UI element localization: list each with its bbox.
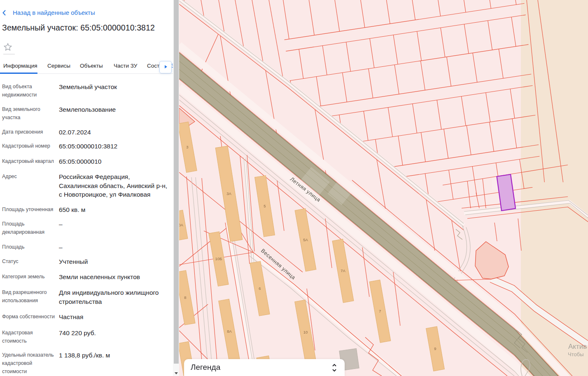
svg-text:7А: 7А: [341, 268, 345, 273]
svg-text:7: 7: [379, 309, 381, 313]
svg-text:Чтобы: Чтобы: [568, 351, 584, 357]
svg-text:6: 6: [259, 286, 261, 291]
svg-text:0А: 0А: [179, 223, 183, 227]
svg-text:5А: 5А: [303, 237, 308, 242]
svg-text:3А: 3А: [226, 191, 231, 196]
svg-text:8: 8: [184, 295, 186, 300]
svg-text:10: 10: [303, 330, 308, 334]
svg-text:3: 3: [186, 145, 188, 149]
svg-text:Актив: Актив: [568, 343, 587, 350]
svg-text:10Б: 10Б: [215, 256, 222, 261]
svg-text:9: 9: [434, 346, 436, 351]
svg-text:5: 5: [264, 204, 266, 208]
svg-text:8А: 8А: [227, 329, 232, 334]
